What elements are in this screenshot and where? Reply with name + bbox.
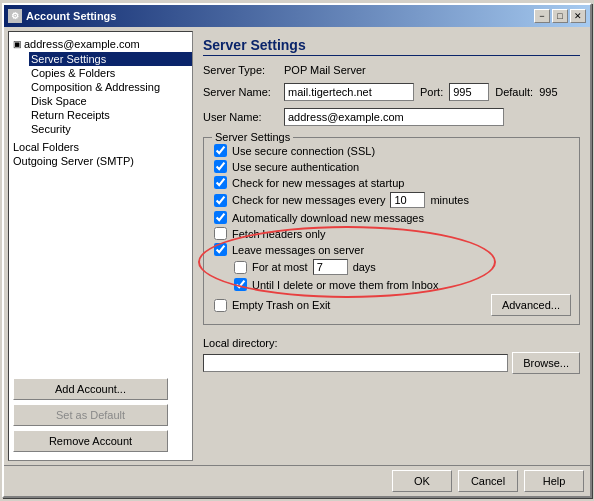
fetchheaders-label: Fetch headers only <box>232 228 326 240</box>
section-title: Server Settings <box>203 37 580 56</box>
window-icon: ⚙ <box>8 9 22 23</box>
emptytrash-label: Empty Trash on Exit <box>232 299 330 311</box>
right-panel: Server Settings Server Type: POP Mail Se… <box>197 31 586 461</box>
set-default-button[interactable]: Set as Default <box>13 404 168 426</box>
atmost-label: For at most <box>252 261 308 273</box>
user-name-label: User Name: <box>203 111 278 123</box>
default-label: Default: <box>495 86 533 98</box>
emptytrash-row: Empty Trash on Exit <box>212 299 330 312</box>
leavemessages-row: Leave messages on server <box>212 243 571 256</box>
browse-button[interactable]: Browse... <box>512 352 580 374</box>
group-box-title: Server Settings <box>212 131 293 143</box>
ssl-label: Use secure connection (SSL) <box>232 145 375 157</box>
local-dir-input[interactable] <box>203 354 508 372</box>
leavemessages-label: Leave messages on server <box>232 244 364 256</box>
atmost-suffix: days <box>353 261 376 273</box>
help-button[interactable]: Help <box>524 470 584 492</box>
ok-button[interactable]: OK <box>392 470 452 492</box>
advanced-button[interactable]: Advanced... <box>491 294 571 316</box>
untildelete-checkbox[interactable] <box>234 278 247 291</box>
port-input[interactable] <box>449 83 489 101</box>
untildelete-row: Until I delete or move them from Inbox <box>212 278 571 291</box>
server-type-row: Server Type: POP Mail Server <box>203 64 580 76</box>
interval-input[interactable] <box>390 192 425 208</box>
bottom-bar: OK Cancel Help <box>4 465 590 496</box>
root-account-label: address@example.com <box>24 38 140 50</box>
atmost-checkbox[interactable] <box>234 261 247 274</box>
startup-row: Check for new messages at startup <box>212 176 571 189</box>
server-type-label: Server Type: <box>203 64 278 76</box>
auth-row: Use secure authentication <box>212 160 571 173</box>
minimize-button[interactable]: − <box>534 9 550 23</box>
close-button[interactable]: ✕ <box>570 9 586 23</box>
left-bottom-buttons: Add Account... Set as Default Remove Acc… <box>9 374 192 456</box>
local-dir-label: Local directory: <box>203 337 580 349</box>
fetchheaders-checkbox[interactable] <box>214 227 227 240</box>
account-settings-window: ⚙ Account Settings − □ ✕ ▣ address@examp… <box>2 3 592 498</box>
tree-children: Server Settings Copies & Folders Composi… <box>9 52 192 136</box>
sidebar-item-disk-space[interactable]: Disk Space <box>29 94 192 108</box>
server-name-input[interactable] <box>284 83 414 101</box>
auth-label: Use secure authentication <box>232 161 359 173</box>
sidebar-item-composition-addressing[interactable]: Composition & Addressing <box>29 80 192 94</box>
sidebar-item-local-folders[interactable]: Local Folders <box>9 140 192 154</box>
user-name-input[interactable] <box>284 108 504 126</box>
autodownload-checkbox[interactable] <box>214 211 227 224</box>
startup-label: Check for new messages at startup <box>232 177 404 189</box>
interval-suffix: minutes <box>430 194 469 206</box>
add-account-button[interactable]: Add Account... <box>13 378 168 400</box>
interval-label: Check for new messages every <box>232 194 385 206</box>
interval-checkbox[interactable] <box>214 194 227 207</box>
default-value: 995 <box>539 86 557 98</box>
title-bar: ⚙ Account Settings − □ ✕ <box>4 5 590 27</box>
startup-checkbox[interactable] <box>214 176 227 189</box>
remove-account-button[interactable]: Remove Account <box>13 430 168 452</box>
window-title: Account Settings <box>26 10 116 22</box>
expand-icon: ▣ <box>13 39 22 49</box>
tree-root-account[interactable]: ▣ address@example.com <box>9 36 192 52</box>
autodownload-label: Automatically download new messages <box>232 212 424 224</box>
server-name-row: Server Name: Port: Default: 995 <box>203 83 580 101</box>
local-dir-row: Browse... <box>203 352 580 374</box>
auth-checkbox[interactable] <box>214 160 227 173</box>
left-panel: ▣ address@example.com Server Settings Co… <box>8 31 193 461</box>
atmost-row: For at most days <box>212 259 571 275</box>
sidebar-item-server-settings[interactable]: Server Settings <box>29 52 192 66</box>
ssl-row: Use secure connection (SSL) <box>212 144 571 157</box>
user-name-row: User Name: <box>203 108 580 126</box>
title-bar-controls: − □ ✕ <box>534 9 586 23</box>
server-name-label: Server Name: <box>203 86 278 98</box>
maximize-button[interactable]: □ <box>552 9 568 23</box>
sidebar-item-security[interactable]: Security <box>29 122 192 136</box>
autodownload-row: Automatically download new messages <box>212 211 571 224</box>
server-settings-group: Server Settings Use secure connection (S… <box>203 137 580 325</box>
window-body: ▣ address@example.com Server Settings Co… <box>4 27 590 465</box>
local-directory-section: Local directory: Browse... <box>203 337 580 374</box>
emptytrash-checkbox[interactable] <box>214 299 227 312</box>
fetchheaders-row: Fetch headers only <box>212 227 571 240</box>
sidebar-item-outgoing-smtp[interactable]: Outgoing Server (SMTP) <box>9 154 192 168</box>
port-label: Port: <box>420 86 443 98</box>
sidebar-item-copies-folders[interactable]: Copies & Folders <box>29 66 192 80</box>
server-type-value: POP Mail Server <box>284 64 366 76</box>
untildelete-label: Until I delete or move them from Inbox <box>252 279 438 291</box>
atmost-input[interactable] <box>313 259 348 275</box>
ssl-checkbox[interactable] <box>214 144 227 157</box>
cancel-button[interactable]: Cancel <box>458 470 518 492</box>
leavemessages-checkbox[interactable] <box>214 243 227 256</box>
sidebar-item-return-receipts[interactable]: Return Receipts <box>29 108 192 122</box>
interval-row: Check for new messages every minutes <box>212 192 571 208</box>
